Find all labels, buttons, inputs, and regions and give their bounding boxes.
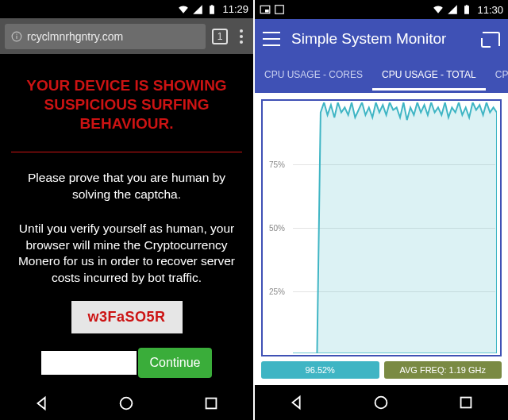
tab-bar: CPU USAGE - CORES CPU USAGE - TOTAL CPU … [255,59,508,91]
chart-frame: 75% 50% 25% [261,99,502,356]
svg-rect-6 [265,10,269,13]
signal-icon [447,4,458,15]
wifi-icon [433,4,444,15]
nav-home-icon[interactable] [117,395,135,412]
svg-rect-9 [460,398,471,408]
screenshot-icon [274,4,285,15]
nav-recent-icon[interactable] [202,395,220,412]
ylabel-75: 75% [269,160,285,169]
status-bar: 11:30 [255,0,508,19]
status-time: 11:29 [222,3,248,15]
chart-area: 75% 50% 25% 96.52% AVG FREQ: 1.19 GHz [255,93,508,385]
cpu-chart [293,102,497,353]
app-bar-top: Simple System Monitor [255,19,508,59]
nav-recent-icon[interactable] [457,394,475,411]
status-bar: 11:29 [0,0,253,18]
ylabel-25: 25% [269,287,285,296]
phone-right-screenshot: 11:30 Simple System Monitor CPU USAGE - … [255,0,508,420]
svg-rect-2 [16,33,17,34]
svg-rect-1 [16,35,17,38]
continue-button[interactable]: Continue [138,348,211,378]
svg-point-8 [375,397,387,409]
status-freq: AVG FREQ: 1.19 GHz [384,361,502,379]
android-navbar [255,385,508,420]
battery-icon [206,4,217,15]
nav-home-icon[interactable] [372,394,390,411]
chrome-urlbar: rcyclmnrhgntry.com 1 [0,18,253,54]
url-text: rcyclmnrhgntry.com [27,30,123,43]
pip-icon [260,4,271,15]
svg-point-3 [121,397,133,409]
nav-back-icon[interactable] [33,395,51,412]
warning-p2: Until you verify yourself as human, your… [11,221,242,287]
pip-toggle-icon[interactable] [483,32,500,46]
tab-count-value: 1 [217,31,223,42]
tab-cores[interactable]: CPU USAGE - CORES [255,59,372,91]
android-navbar [0,386,253,420]
app-title: Simple System Monitor [291,30,446,48]
signal-icon [192,4,203,15]
status-time: 11:30 [477,4,503,16]
tab-count-button[interactable]: 1 [212,29,228,44]
page-content: YOUR DEVICE IS SHOWING SUSPICIOUS SURFIN… [0,54,253,386]
svg-rect-4 [206,398,216,408]
nav-back-icon[interactable] [288,394,306,411]
ylabel-50: 50% [269,224,285,233]
menu-icon[interactable] [263,32,280,46]
warning-heading: YOUR DEVICE IS SHOWING SUSPICIOUS SURFIN… [11,76,242,134]
battery-icon [461,4,472,15]
info-icon [11,31,22,42]
divider [11,152,242,152]
tab-freq-label: CPU FREQUENCIES [495,69,508,80]
captcha-input-row: Continue [11,348,242,378]
status-bars: 96.52% AVG FREQ: 1.19 GHz [261,361,502,379]
tab-freq[interactable]: CPU FREQUENCIES [486,59,508,91]
wifi-icon [178,4,189,15]
captcha-input[interactable] [41,351,137,375]
svg-rect-7 [275,6,284,14]
menu-button[interactable] [234,25,248,48]
status-cpu: 96.52% [261,361,379,379]
warning-p1: Please prove that you are human by solvi… [11,170,242,203]
tab-total-label: CPU USAGE - TOTAL [382,69,476,80]
phone-left-screenshot: 11:29 rcyclmnrhgntry.com 1 YOUR DEVICE I… [0,0,253,420]
url-box[interactable]: rcyclmnrhgntry.com [5,24,206,49]
tab-cores-label: CPU USAGE - CORES [264,69,363,80]
captcha-code: w3FaSO5R [71,301,183,333]
tab-total[interactable]: CPU USAGE - TOTAL [372,59,486,91]
app-bar: Simple System Monitor CPU USAGE - CORES … [255,19,508,93]
